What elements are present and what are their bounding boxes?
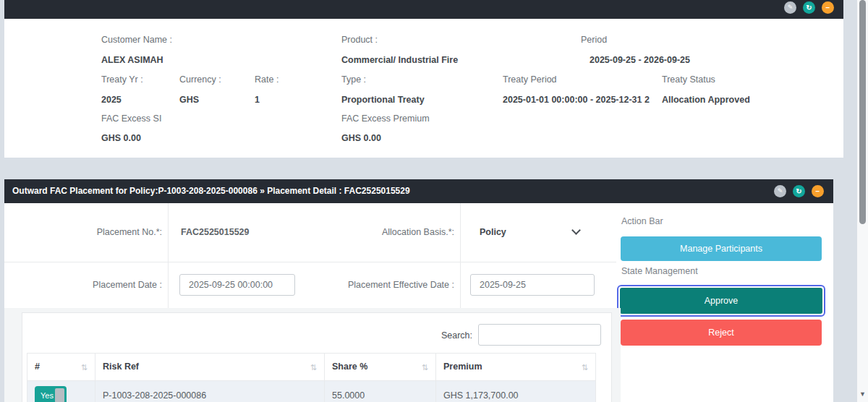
placement-date-input[interactable] xyxy=(179,274,295,296)
placement-effective-date-input[interactable] xyxy=(470,274,595,296)
scroll-down-icon[interactable]: ▼ xyxy=(857,390,868,398)
vertical-scrollbar[interactable]: ▼ xyxy=(857,0,868,402)
risk-table-card: Search: #⇅ Risk Ref⇅ Share %⇅ Premium⇅ xyxy=(22,312,612,402)
rate-label: Rate : xyxy=(255,74,278,85)
column-header-premium[interactable]: Premium⇅ xyxy=(436,354,596,381)
active-cell: Yes xyxy=(27,381,95,402)
allocation-basis-label: Allocation Basis.*: xyxy=(333,227,454,237)
approve-button-focus-ring: Approve xyxy=(617,285,825,317)
placement-no-value: FAC2525015529 xyxy=(181,227,250,237)
fac-excess-si-label: FAC Excess SI xyxy=(101,114,161,124)
collapse-icon[interactable]: − xyxy=(822,1,834,14)
state-management-label: State Management xyxy=(621,266,698,276)
risk-table: #⇅ Risk Ref⇅ Share %⇅ Premium⇅ Yes xyxy=(27,353,596,402)
policy-summary-panel: ✎ ↻ − Customer Name : Product : Period A… xyxy=(4,0,843,158)
risk-ref-cell: P-1003-208-2025-000086 xyxy=(95,381,325,402)
sort-icon: ⇅ xyxy=(582,363,588,372)
customer-name-value: ALEX ASIMAH xyxy=(101,55,163,65)
currency-label: Currency : xyxy=(179,74,221,85)
table-header-row: #⇅ Risk Ref⇅ Share %⇅ Premium⇅ xyxy=(27,354,596,381)
edit-icon[interactable]: ✎ xyxy=(784,1,796,14)
treaty-yr-value: 2025 xyxy=(101,95,122,105)
form-divider xyxy=(168,203,169,308)
column-header-index[interactable]: #⇅ xyxy=(27,354,95,381)
product-label: Product : xyxy=(341,35,378,45)
column-header-share[interactable]: Share %⇅ xyxy=(325,354,436,381)
active-toggle[interactable]: Yes xyxy=(35,386,67,402)
form-divider xyxy=(460,203,461,308)
fac-excess-si-value: GHS 0.00 xyxy=(101,133,141,143)
rate-value: 1 xyxy=(255,95,260,105)
search-label: Search: xyxy=(441,330,472,341)
action-bar-label: Action Bar xyxy=(621,216,663,226)
fac-excess-premium-value: GHS 0.00 xyxy=(341,133,381,143)
placement-no-label: Placement No.*: xyxy=(4,227,162,237)
table-row: Yes P-1003-208-2025-000086 55.0000 GHS 1… xyxy=(27,381,596,402)
chevron-down-icon[interactable] xyxy=(571,226,581,235)
policy-summary-header: ✎ ↻ − xyxy=(4,0,843,19)
table-zone: Search: #⇅ Risk Ref⇅ Share %⇅ Premium⇅ xyxy=(4,308,621,402)
edit-icon[interactable]: ✎ xyxy=(774,185,786,197)
premium-cell: GHS 1,173,700.00 xyxy=(436,381,596,402)
period-value: 2025-09-25 - 2026-09-25 xyxy=(590,55,690,65)
placement-effective-date-label: Placement Effective Date : xyxy=(333,280,454,290)
search-input[interactable] xyxy=(478,324,601,346)
customer-name-label: Customer Name : xyxy=(101,35,172,45)
manage-participants-button[interactable]: Manage Participants xyxy=(621,236,822,261)
approve-button[interactable]: Approve xyxy=(620,288,822,314)
treaty-yr-label: Treaty Yr : xyxy=(101,74,143,85)
toggle-knob-icon xyxy=(55,388,64,402)
period-label: Period xyxy=(581,35,607,45)
treaty-period-label: Treaty Period xyxy=(503,74,557,85)
type-value: Proportional Treaty xyxy=(341,95,425,105)
form-divider xyxy=(4,262,616,262)
placement-panel-title: Outward FAC Placement for Policy:P-1003-… xyxy=(12,186,410,196)
product-value: Commercial/ Industrial Fire xyxy=(341,55,458,65)
placement-panel-header: Outward FAC Placement for Policy:P-1003-… xyxy=(4,179,833,203)
allocation-basis-select[interactable]: Policy xyxy=(480,227,506,237)
sort-icon: ⇅ xyxy=(310,363,317,372)
scrollbar-thumb[interactable] xyxy=(859,0,866,224)
refresh-icon[interactable]: ↻ xyxy=(793,185,805,197)
sort-icon: ⇅ xyxy=(422,363,428,372)
page: ✎ ↻ − Customer Name : Product : Period A… xyxy=(0,0,868,402)
placement-panel: Outward FAC Placement for Policy:P-1003-… xyxy=(4,179,833,402)
currency-value: GHS xyxy=(179,95,199,105)
active-toggle-label: Yes xyxy=(41,391,54,400)
placement-date-label: Placement Date : xyxy=(4,280,162,290)
reject-button[interactable]: Reject xyxy=(621,320,822,346)
treaty-status-label: Treaty Status xyxy=(662,74,715,85)
treaty-status-value: Allocation Approved xyxy=(662,95,750,105)
refresh-icon[interactable]: ↻ xyxy=(803,1,815,14)
sort-icon: ⇅ xyxy=(81,363,88,372)
share-cell: 55.0000 xyxy=(325,381,436,402)
fac-excess-premium-label: FAC Excess Premium xyxy=(341,114,430,124)
column-header-risk-ref[interactable]: Risk Ref⇅ xyxy=(95,354,325,381)
collapse-icon[interactable]: − xyxy=(812,185,824,197)
type-label: Type : xyxy=(341,74,366,85)
treaty-period-value: 2025-01-01 00:00:00 - 2025-12-31 2 xyxy=(503,95,656,105)
